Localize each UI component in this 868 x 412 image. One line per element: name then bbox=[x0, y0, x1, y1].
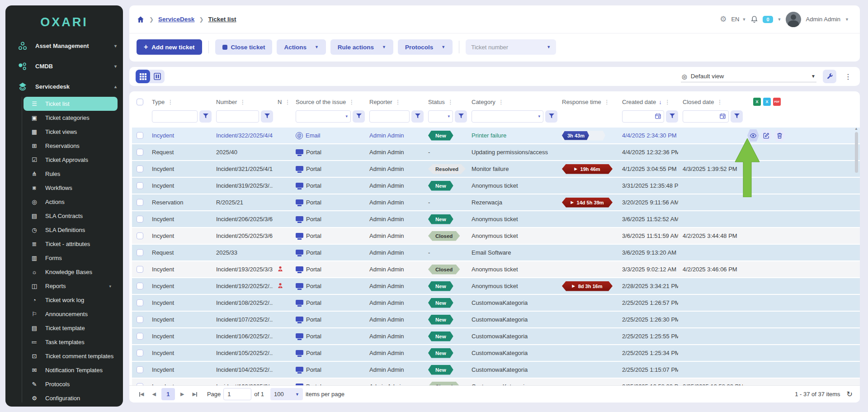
kanban-view-toggle[interactable] bbox=[150, 70, 165, 83]
items-per-page-select[interactable]: 100▼ bbox=[270, 388, 303, 400]
column-header-label[interactable]: Type bbox=[152, 99, 165, 105]
table-row[interactable]: IncydentIncident/192/2025/2/...PortalAdm… bbox=[132, 278, 860, 295]
scrollbar-up-arrow[interactable]: ▲ bbox=[854, 127, 859, 131]
table-row[interactable]: IncydentIncident/107/2025/2/...PortalAdm… bbox=[132, 312, 860, 328]
scrollbar-thumb[interactable] bbox=[855, 132, 858, 173]
select-all-checkbox[interactable] bbox=[137, 99, 143, 105]
table-row[interactable]: IncydentIncident/193/2025/3/3PortalAdmin… bbox=[132, 261, 860, 278]
table-row[interactable]: IncydentIncident/108/2025/2/...PortalAdm… bbox=[132, 295, 860, 312]
column-header-label[interactable]: Closed date bbox=[683, 99, 714, 105]
filter-funnel-button-type[interactable] bbox=[199, 110, 212, 123]
row-checkbox[interactable] bbox=[137, 132, 143, 139]
filter-select-input-source[interactable]: ▾ bbox=[296, 110, 351, 123]
filter-funnel-button-number[interactable] bbox=[261, 110, 273, 123]
column-header-label[interactable]: Source of the issue bbox=[296, 99, 346, 105]
filter-funnel-button-status[interactable] bbox=[455, 110, 467, 123]
sidebar-item-ticket-approvals[interactable]: ☑Ticket Approvals bbox=[22, 153, 118, 167]
column-menu-kebab-icon[interactable]: ⋮ bbox=[167, 99, 173, 105]
filter-text-input-number[interactable] bbox=[216, 110, 259, 123]
table-row[interactable]: Request2025/33PortalAdmin Admin-Email So… bbox=[132, 245, 860, 261]
sidebar-item-actions[interactable]: ◎Actions bbox=[22, 195, 118, 209]
language-selector[interactable]: EN▼ bbox=[731, 16, 746, 23]
column-header-label[interactable]: Number bbox=[216, 99, 237, 105]
column-header-label[interactable]: Status bbox=[428, 99, 445, 105]
view-ticket-button[interactable] bbox=[747, 129, 759, 142]
column-header-label[interactable]: Created date bbox=[622, 99, 656, 105]
sidebar-item-ticket-work-log[interactable]: ◔Ticket work log bbox=[22, 293, 118, 307]
sidebar-item-announcements[interactable]: ⚐Announcements bbox=[22, 307, 118, 321]
filter-text-input-type[interactable] bbox=[152, 110, 198, 123]
table-scrollbar[interactable]: ▲ bbox=[854, 127, 859, 384]
page-number-button[interactable]: 1 bbox=[161, 388, 175, 400]
sidebar-item-reports[interactable]: ◫Reports▾ bbox=[22, 279, 118, 293]
column-menu-kebab-icon[interactable]: ⋮ bbox=[717, 99, 722, 105]
column-header-label[interactable]: N bbox=[278, 99, 282, 105]
csv-export-icon[interactable]: X bbox=[763, 98, 771, 106]
filter-select-input-status[interactable]: ▾ bbox=[428, 110, 453, 123]
avatar[interactable] bbox=[786, 12, 801, 27]
next-page-button[interactable]: ▶ bbox=[178, 391, 187, 397]
first-page-button[interactable]: ◀ bbox=[137, 391, 146, 397]
sidebar-item-forms[interactable]: ▥Forms bbox=[22, 251, 118, 265]
sidebar-item-sla-contracts[interactable]: ▤SLA Contracts bbox=[22, 209, 118, 223]
sidebar-item-asset-management[interactable]: Asset Management▾ bbox=[5, 36, 123, 56]
settings-gear-icon[interactable]: ⚙ bbox=[720, 14, 726, 24]
table-row[interactable]: IncydentIncident/104/2025/2/...PortalAdm… bbox=[132, 362, 860, 379]
row-checkbox[interactable] bbox=[137, 299, 143, 306]
view-selector[interactable]: ◎ Default view ▼ bbox=[681, 71, 816, 82]
sidebar-item-ticket-comment-templates[interactable]: ⊡Ticket comment templates bbox=[22, 349, 118, 363]
column-header-label[interactable]: Category bbox=[472, 99, 495, 105]
row-checkbox[interactable] bbox=[137, 232, 143, 239]
table-row[interactable]: IncydentIncident/322/2025/4/4@EmailAdmin… bbox=[132, 128, 860, 144]
column-header-label[interactable]: Reporter bbox=[369, 99, 392, 105]
prev-page-button[interactable]: ◀ bbox=[149, 391, 158, 397]
column-menu-kebab-icon[interactable]: ⋮ bbox=[349, 99, 354, 105]
filter-funnel-button-category[interactable] bbox=[545, 110, 557, 123]
column-menu-kebab-icon[interactable]: ⋮ bbox=[240, 99, 245, 105]
sidebar-item-ticket-attributes[interactable]: ≣Ticket - attributes bbox=[22, 237, 118, 251]
view-more-kebab-button[interactable]: ⋮ bbox=[843, 72, 854, 81]
grid-view-toggle[interactable] bbox=[136, 70, 150, 83]
sidebar-item-notification-templates[interactable]: ✉Notification Templates bbox=[22, 363, 118, 377]
delete-ticket-button[interactable] bbox=[774, 129, 785, 142]
sidebar-item-protocols[interactable]: ✎Protocols bbox=[22, 377, 118, 391]
table-row[interactable]: IncydentIncident/205/2025/3/6PortalAdmin… bbox=[132, 228, 860, 245]
table-row[interactable]: IncydentIncident/105/2025/2/...PortalAdm… bbox=[132, 345, 860, 362]
row-checkbox[interactable] bbox=[137, 333, 143, 340]
sidebar-item-ticket-list[interactable]: ☰Ticket list bbox=[24, 97, 118, 111]
column-menu-kebab-icon[interactable]: ⋮ bbox=[665, 99, 670, 105]
table-row[interactable]: Request2025/40PortalAdmin Admin-Updating… bbox=[132, 144, 860, 161]
filter-funnel-button-reporter[interactable] bbox=[411, 110, 424, 123]
breadcrumb-servicedesk[interactable]: ServiceDesk bbox=[158, 16, 194, 23]
sidebar-item-task-templates[interactable]: ≔Task templates bbox=[22, 335, 118, 349]
row-checkbox[interactable] bbox=[137, 266, 143, 273]
filter-select-input-category[interactable]: ▾ bbox=[472, 110, 543, 123]
row-checkbox[interactable] bbox=[137, 149, 143, 156]
table-row[interactable]: IncydentIncident/106/2025/2/...PortalAdm… bbox=[132, 328, 860, 345]
breadcrumb-ticket-list[interactable]: Ticket list bbox=[208, 16, 236, 23]
view-settings-wrench-button[interactable] bbox=[823, 70, 836, 83]
xls-export-icon[interactable]: X bbox=[753, 98, 761, 106]
user-menu-caret-icon[interactable]: ▼ bbox=[845, 17, 849, 22]
sidebar-item-ticket-template[interactable]: ▤Ticket template bbox=[22, 321, 118, 335]
page-input[interactable]: 1 bbox=[223, 388, 251, 400]
filter-date-input-closed[interactable] bbox=[683, 110, 729, 123]
user-name[interactable]: Admin Admin bbox=[806, 16, 840, 23]
last-page-button[interactable]: ▶ bbox=[189, 391, 199, 397]
table-row[interactable]: ReservationR/2025/21PortalAdmin Admin-Re… bbox=[132, 194, 860, 211]
filter-funnel-button-source[interactable] bbox=[353, 110, 365, 123]
sidebar-item-ticket-views[interactable]: ▦Ticket views bbox=[22, 125, 118, 139]
sidebar-item-cmdb[interactable]: CMDB▾ bbox=[5, 56, 123, 76]
table-row[interactable]: IncydentIncident/206/2025/3/6PortalAdmin… bbox=[132, 211, 860, 228]
column-menu-kebab-icon[interactable]: ⋮ bbox=[448, 99, 453, 105]
table-row[interactable]: IncydentIncident/319/2025/3/...PortalAdm… bbox=[132, 178, 860, 194]
row-checkbox[interactable] bbox=[137, 350, 143, 356]
sidebar-item-workflows[interactable]: ⋇Workflows bbox=[22, 181, 118, 195]
edit-ticket-button[interactable] bbox=[760, 129, 772, 142]
sort-desc-icon[interactable]: ↓ bbox=[659, 99, 662, 105]
sidebar-item-sla-definitions[interactable]: ◷SLA Definitions bbox=[22, 223, 118, 237]
column-menu-kebab-icon[interactable]: ⋮ bbox=[284, 99, 290, 105]
table-row[interactable]: IncydentIncident/321/2025/4/1PortalAdmin… bbox=[132, 161, 860, 178]
notification-caret-icon[interactable]: ▼ bbox=[778, 17, 782, 22]
rule-actions-dropdown-button[interactable]: Rule actions▼ bbox=[330, 39, 393, 55]
